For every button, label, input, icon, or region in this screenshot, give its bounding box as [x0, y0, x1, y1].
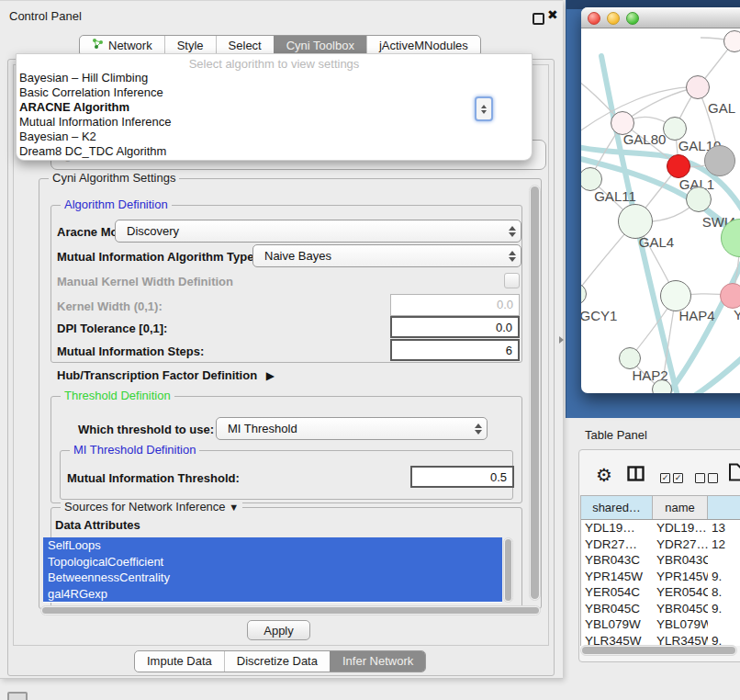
table-cell: YDR27… [581, 536, 653, 553]
column-header-shared[interactable]: shared… [581, 496, 653, 519]
list-vertical-scrollbar[interactable] [503, 537, 513, 603]
network-node-swi4[interactable] [686, 186, 712, 212]
table-panel-title: Table Panel [585, 428, 647, 442]
close-icon[interactable]: ✖ [547, 7, 558, 22]
table-cell [708, 616, 740, 633]
float-window-icon[interactable] [533, 13, 544, 25]
network-canvas[interactable]: GALGAL80GAL10GAL1GAL11SWI4GAL4GCY1HAP4YH… [581, 28, 740, 393]
scrollbar-thumb[interactable] [42, 607, 539, 614]
scrollbar-thumb[interactable] [505, 539, 511, 601]
checked-pair-icon[interactable]: ✓✓ [660, 470, 683, 484]
network-node[interactable] [704, 145, 735, 176]
dpi-tolerance-field[interactable]: 0.0 [390, 316, 520, 338]
network-node-y[interactable] [720, 283, 740, 309]
table-cell: YPR145W [653, 569, 708, 585]
table-row[interactable]: YBR043CYBR043C [581, 552, 740, 569]
mi-threshold-title: MI Threshold Definition [70, 443, 199, 457]
dropdown-item-dream8-dc-tdc-algorithm[interactable]: Dream8 DC_TDC Algorithm [17, 144, 532, 159]
dpi-tolerance-label: DPI Tolerance [0,1]: [57, 322, 167, 335]
dropdown-item-aracne-algorithm[interactable]: ARACNE Algorithm [17, 100, 532, 115]
aracne-mode-combo[interactable]: Discovery [115, 220, 521, 243]
attribute-item-gal4rgexp[interactable]: gal4RGexp [43, 586, 502, 603]
table-row[interactable]: YDR27…YDR27…12 [581, 536, 740, 553]
document-icon[interactable] [728, 463, 740, 481]
combo-stepper-focused[interactable] [475, 96, 493, 121]
settings-horizontal-scrollbar[interactable] [40, 605, 541, 615]
table-cell: YPR145W [581, 569, 653, 585]
column-header-name[interactable]: name [653, 496, 708, 519]
gear-icon[interactable]: ⚙ [596, 464, 612, 486]
dropdown-items: Bayesian – Hill ClimbingBasic Correlatio… [17, 71, 532, 159]
network-window-titlebar[interactable] [581, 7, 740, 28]
tab-impute-data[interactable]: Impute Data [135, 651, 224, 672]
which-threshold-value: MI Threshold [217, 422, 470, 435]
scrollbar-thumb[interactable] [531, 186, 539, 599]
node-label-gal11: GAL11 [594, 188, 636, 204]
table-row[interactable]: YBR045CYBR045C9. [581, 601, 740, 617]
settings-vertical-scrollbar[interactable] [529, 185, 541, 601]
network-node-gal[interactable] [686, 75, 710, 99]
network-node-hap2[interactable] [619, 347, 641, 369]
table-cell: YLR345W [581, 633, 653, 647]
sources-title[interactable]: Sources for Network Inference ▼ [61, 500, 242, 514]
table-cell: YDL19… [581, 520, 653, 536]
network-node[interactable] [652, 379, 672, 393]
splitter-arrow-icon[interactable] [559, 336, 564, 344]
tab-infer-network[interactable]: Infer Network [330, 651, 425, 672]
node-label-y: Y [734, 307, 740, 322]
manual-kernel-width-checkbox[interactable] [504, 273, 520, 288]
dropdown-item-bayesian-hill-climbing[interactable]: Bayesian – Hill Climbing [17, 71, 532, 85]
table-row[interactable]: YDL19…YDL19…13 [581, 520, 740, 536]
table-horizontal-scrollbar[interactable] [580, 645, 737, 656]
mi-threshold-label: Mutual Information Threshold: [67, 471, 240, 485]
minimize-traffic-icon[interactable] [607, 12, 620, 25]
network-node[interactable] [723, 30, 740, 52]
attribute-item-selfloops[interactable]: SelfLoops [43, 537, 502, 554]
apply-button[interactable]: Apply [247, 620, 310, 640]
attribute-item-topologicalcoefficient[interactable]: TopologicalCoefficient [43, 554, 502, 570]
table-row[interactable]: YLR345WYLR345W9. [581, 633, 740, 647]
dropdown-placeholder: Select algorithm to view settings [17, 54, 532, 71]
tab-label: Infer Network [342, 651, 413, 672]
table-row[interactable]: YBL079WYBL079W [581, 616, 740, 633]
dropdown-item-mutual-information-inference[interactable]: Mutual Information Inference [17, 115, 532, 130]
network-node-gal1[interactable] [667, 154, 690, 178]
table-row[interactable]: YER054CYER054C8. [581, 584, 740, 601]
scrollbar-thumb[interactable] [582, 647, 735, 654]
kernel-width-field[interactable]: 0.0 [390, 294, 520, 316]
table-cell: 12 [708, 536, 740, 553]
hub-definition-label: Hub/Transcription Factor Definition [57, 368, 257, 382]
sources-title-text: Sources for Network Inference [64, 500, 226, 514]
table-cell: YBR043C [581, 552, 653, 569]
which-threshold-combo[interactable]: MI Threshold [216, 417, 488, 440]
tab-label: Impute Data [147, 651, 212, 672]
node-label-gal80: GAL80 [623, 131, 667, 147]
mi-threshold-field[interactable]: 0.5 [410, 466, 514, 488]
table-cell: 13 [708, 520, 740, 536]
minimized-panel-icon[interactable] [7, 692, 28, 700]
hub-definition-toggle[interactable]: Hub/Transcription Factor Definition ▶ [57, 368, 275, 382]
node-attribute-table[interactable]: shared…nameA YDL19…YDL19…13YDR27…YDR27…1… [580, 495, 740, 646]
table-cell: YBR045C [581, 601, 653, 617]
close-traffic-icon[interactable] [588, 12, 600, 25]
network-view-window: GALGAL80GAL10GAL1GAL11SWI4GAL4GCY1HAP4YH… [581, 7, 740, 393]
table-row[interactable]: YPR145WYPR145W9. [581, 569, 740, 585]
threshold-definition-title: Threshold Definition [61, 389, 174, 402]
attribute-item-betweennesscentrality[interactable]: BetweennessCentrality [43, 570, 502, 586]
tab-discretize-data[interactable]: Discretize Data [224, 651, 330, 672]
mi-steps-label: Mutual Information Steps: [57, 344, 204, 358]
table-cell: YER054C [581, 584, 653, 601]
unchecked-pair-icon[interactable] [695, 470, 718, 484]
dropdown-item-basic-correlation-inference[interactable]: Basic Correlation Inference [17, 85, 532, 100]
stepper-down-icon [481, 110, 487, 114]
mi-steps-field[interactable]: 6 [390, 339, 520, 361]
column-header-a[interactable]: A [708, 496, 740, 519]
split-columns-icon[interactable] [627, 466, 645, 481]
control-panel-window: Control Panel ✖ NetworkStyleSelectCyni T… [0, 0, 563, 679]
dropdown-item-bayesian-k2[interactable]: Bayesian – K2 [17, 130, 532, 144]
table-cell: YER054C [653, 584, 708, 601]
mi-algorithm-type-combo[interactable]: Naive Bayes [252, 244, 521, 267]
zoom-traffic-icon[interactable] [626, 12, 639, 25]
data-attributes-list[interactable]: SelfLoopsTopologicalCoefficientBetweenne… [43, 537, 502, 603]
table-cell: 9. [708, 569, 740, 585]
